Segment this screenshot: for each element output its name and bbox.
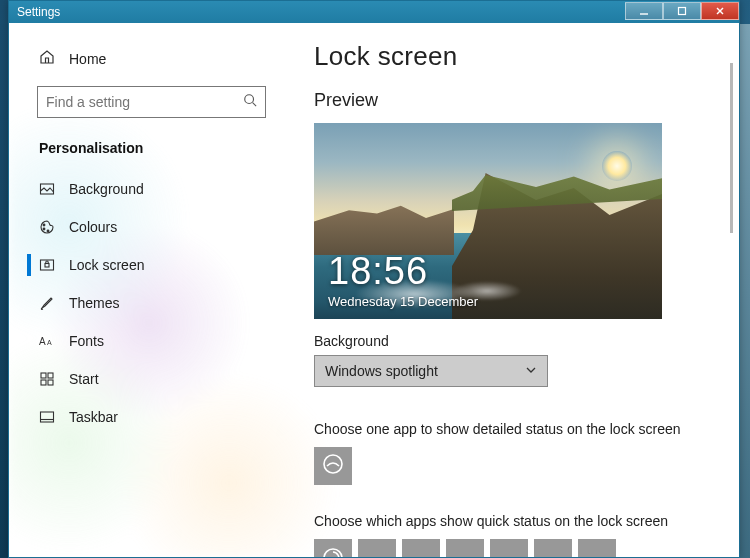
window-title: Settings: [17, 5, 60, 19]
svg-point-7: [43, 224, 45, 226]
sidebar-item-label: Themes: [69, 295, 120, 311]
sidebar-item-label: Lock screen: [69, 257, 144, 273]
palette-icon: [39, 219, 55, 235]
svg-point-8: [43, 228, 45, 230]
start-icon: [39, 371, 55, 387]
desktop-edge-right: [740, 24, 750, 558]
search-box[interactable]: [37, 86, 266, 118]
minimize-button[interactable]: [625, 2, 663, 20]
sidebar-item-lock-screen[interactable]: Lock screen: [9, 246, 294, 284]
main-panel: Lock screen Preview 18:56 Wednesday 15 D…: [294, 23, 739, 557]
svg-rect-1: [679, 8, 686, 15]
chevron-down-icon: [525, 363, 537, 379]
preview-time: 18:56: [328, 250, 428, 293]
picture-icon: [39, 181, 55, 197]
sidebar-item-label: Colours: [69, 219, 117, 235]
detailed-status-label: Choose one app to show detailed status o…: [314, 421, 739, 437]
sidebar-item-taskbar[interactable]: Taskbar: [9, 398, 294, 436]
close-button[interactable]: [701, 2, 739, 20]
settings-window: Settings Home: [8, 0, 740, 558]
quick-status-app-button[interactable]: [402, 539, 440, 557]
home-button[interactable]: Home: [9, 41, 294, 86]
quick-status-app-button[interactable]: [358, 539, 396, 557]
preview-heading: Preview: [314, 90, 739, 111]
svg-rect-17: [48, 380, 53, 385]
svg-point-20: [324, 455, 342, 473]
desktop-edge-left: [0, 24, 8, 558]
detailed-status-app-button[interactable]: [314, 447, 352, 485]
scrollbar[interactable]: [729, 63, 735, 543]
sidebar: Home Personalisation Background Colours …: [9, 23, 294, 557]
quick-status-app-button[interactable]: [490, 539, 528, 557]
svg-text:A: A: [47, 339, 52, 346]
sidebar-item-background[interactable]: Background: [9, 170, 294, 208]
sidebar-item-colours[interactable]: Colours: [9, 208, 294, 246]
search-input[interactable]: [46, 94, 243, 110]
sidebar-item-label: Background: [69, 181, 144, 197]
svg-point-21: [324, 549, 342, 557]
quick-status-app-button[interactable]: [314, 539, 352, 557]
svg-line-5: [253, 103, 257, 107]
page-title: Lock screen: [314, 41, 739, 72]
background-dropdown[interactable]: Windows spotlight: [314, 355, 548, 387]
svg-rect-14: [41, 373, 46, 378]
sidebar-item-label: Taskbar: [69, 409, 118, 425]
background-label: Background: [314, 333, 739, 349]
home-icon: [39, 49, 55, 68]
titlebar[interactable]: Settings: [9, 1, 739, 23]
quick-status-app-button[interactable]: [446, 539, 484, 557]
svg-rect-16: [41, 380, 46, 385]
svg-text:A: A: [39, 336, 46, 347]
quick-status-app-button[interactable]: [534, 539, 572, 557]
home-label: Home: [69, 51, 106, 67]
quick-status-label: Choose which apps show quick status on t…: [314, 513, 739, 529]
sidebar-item-themes[interactable]: Themes: [9, 284, 294, 322]
sidebar-item-label: Start: [69, 371, 99, 387]
scroll-thumb[interactable]: [730, 63, 733, 233]
lock-frame-icon: [39, 257, 55, 273]
svg-point-9: [47, 230, 49, 232]
quick-status-app-button[interactable]: [578, 539, 616, 557]
taskbar-icon: [39, 409, 55, 425]
app-icon: [322, 453, 344, 479]
svg-point-4: [245, 95, 254, 104]
brush-icon: [39, 295, 55, 311]
quick-status-row: [314, 539, 739, 557]
sidebar-item-fonts[interactable]: AA Fonts: [9, 322, 294, 360]
svg-rect-18: [41, 412, 54, 422]
preview-date: Wednesday 15 December: [328, 294, 478, 309]
svg-rect-11: [45, 264, 49, 268]
svg-rect-15: [48, 373, 53, 378]
background-selected-value: Windows spotlight: [325, 363, 438, 379]
sidebar-item-label: Fonts: [69, 333, 104, 349]
lock-screen-preview: 18:56 Wednesday 15 December: [314, 123, 662, 319]
search-icon: [243, 93, 257, 111]
maximize-button[interactable]: [663, 2, 701, 20]
fonts-icon: AA: [39, 333, 55, 349]
section-title: Personalisation: [9, 136, 294, 170]
sidebar-item-start[interactable]: Start: [9, 360, 294, 398]
